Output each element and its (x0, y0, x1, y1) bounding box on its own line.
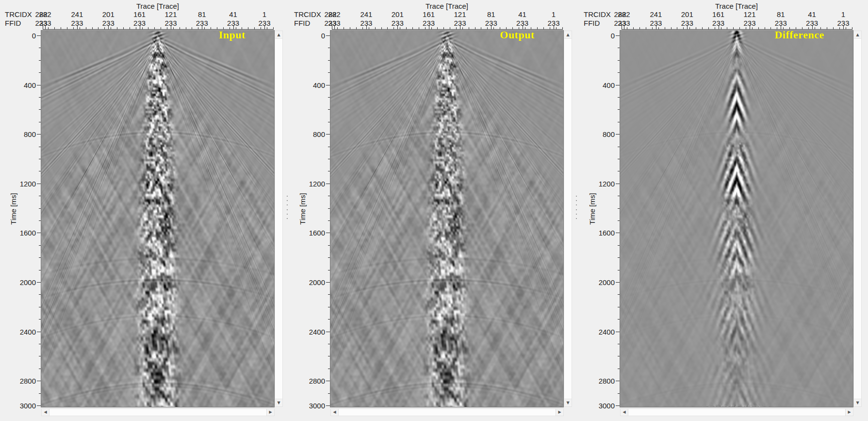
trace-minor-tick (356, 27, 357, 29)
time-tick-label: 3000 (579, 402, 615, 410)
time-minor-tick (328, 122, 330, 122)
scroll-left-icon: ◀ (44, 410, 47, 414)
trace-header-value: 233 (650, 19, 662, 27)
trace-minor-tick (54, 27, 55, 29)
scroll-left-icon: ◀ (622, 410, 625, 414)
seismic-display[interactable] (41, 31, 274, 407)
time-minor-tick (618, 171, 620, 171)
trace-minor-tick (671, 27, 671, 29)
trace-minor-tick (752, 27, 753, 29)
trace-minor-tick (369, 27, 369, 29)
trace-header-value: 233 (102, 19, 115, 27)
time-tick-label: 2800 (579, 377, 615, 385)
trace-header-value: 121 (164, 10, 177, 18)
time-tick-label: 1600 (579, 229, 615, 237)
scroll-down-button[interactable]: ▼ (564, 399, 572, 406)
time-minor-tick (39, 147, 41, 147)
scroll-up-button[interactable]: ▲ (564, 31, 572, 39)
trace-minor-tick (658, 27, 659, 29)
scroll-down-button[interactable]: ▼ (854, 399, 861, 406)
scroll-up-icon: ▲ (277, 33, 280, 37)
trace-minor-tick (61, 27, 61, 29)
scroll-left-button[interactable]: ◀ (331, 409, 339, 416)
seismic-display[interactable] (330, 31, 563, 407)
seismic-display[interactable] (620, 31, 853, 407)
trace-minor-tick (481, 27, 481, 29)
time-minor-tick (618, 159, 620, 159)
trace-header-value: 233 (743, 19, 755, 27)
trace-minor-tick (130, 27, 130, 29)
trace-minor-tick (419, 27, 419, 29)
scroll-down-icon: ▼ (566, 401, 569, 405)
scroll-up-button[interactable]: ▲ (275, 31, 282, 39)
time-minor-tick (39, 48, 41, 48)
time-major-tick (326, 85, 330, 85)
ffid-row-label: FFID (294, 19, 310, 27)
trace-minor-tick (456, 27, 457, 29)
vertical-scrollbar[interactable]: ▲ ▼ (853, 31, 862, 407)
scroll-right-button[interactable]: ▶ (556, 409, 563, 416)
trace-header-value: 233 (712, 19, 724, 27)
trace-minor-tick (86, 27, 86, 29)
trace-header-value: 233 (360, 19, 372, 27)
trace-header-value: 233 (196, 19, 208, 27)
pane-splitter-grip[interactable] (574, 196, 578, 219)
trace-header-value: 201 (102, 10, 115, 18)
trace-minor-tick (161, 27, 161, 29)
horizontal-scrollbar[interactable]: ◀ ▶ (330, 408, 564, 416)
trace-minor-tick (715, 27, 715, 29)
trace-minor-tick (833, 27, 834, 29)
trace-header-value: 282 (618, 10, 630, 18)
seismic-panel: Trace [Trace] TRCIDX FFID 28228224120116… (0, 0, 289, 421)
ffid-row-label: FFID (5, 19, 21, 27)
trace-minor-tick (267, 27, 267, 29)
time-major-tick (326, 282, 330, 283)
vertical-scrollbar[interactable]: ▲ ▼ (275, 31, 283, 407)
horizontal-scrollbar[interactable]: ◀ ▶ (620, 408, 853, 416)
scroll-left-button[interactable]: ◀ (42, 409, 49, 416)
trace-minor-tick (254, 27, 255, 29)
time-major-tick (37, 35, 41, 36)
trace-minor-tick (198, 27, 198, 29)
scroll-up-icon: ▲ (566, 33, 569, 37)
trace-minor-tick (362, 27, 363, 29)
horizontal-scrollbar[interactable]: ◀ ▶ (41, 408, 275, 416)
vertical-scrollbar[interactable]: ▲ ▼ (564, 31, 572, 407)
trace-minor-tick (393, 27, 394, 29)
trace-minor-tick (708, 27, 709, 29)
trace-header-value: 233 (485, 19, 497, 27)
time-major-tick (616, 184, 620, 184)
trace-header-value: 161 (133, 10, 146, 18)
time-tick-label: 400 (289, 81, 325, 89)
time-minor-tick (618, 220, 620, 221)
time-major-tick (616, 282, 620, 283)
time-minor-tick (328, 97, 330, 98)
time-major-tick (326, 134, 330, 135)
scroll-right-button[interactable]: ▶ (845, 409, 853, 416)
scroll-right-button[interactable]: ▶ (266, 409, 274, 416)
trace-header-value: 41 (229, 10, 237, 18)
scroll-down-button[interactable]: ▼ (275, 399, 282, 406)
time-minor-tick (618, 294, 620, 295)
scroll-left-button[interactable]: ◀ (621, 409, 628, 416)
trace-minor-tick (67, 27, 67, 29)
trace-minor-tick (543, 27, 544, 29)
scroll-up-button[interactable]: ▲ (854, 31, 861, 39)
trace-minor-tick (462, 27, 463, 29)
time-minor-tick (328, 72, 330, 73)
time-minor-tick (39, 319, 41, 320)
time-minor-tick (39, 257, 41, 258)
time-minor-tick (328, 220, 330, 221)
trace-header-value: 81 (198, 10, 206, 18)
trace-minor-tick (381, 27, 382, 29)
trace-header-value: 233 (516, 19, 528, 27)
time-major-tick (616, 134, 620, 135)
trace-header-value: 41 (808, 10, 816, 18)
time-tick-label: 800 (0, 130, 36, 138)
time-major-tick (37, 134, 41, 135)
pane-splitter-grip[interactable] (285, 196, 289, 219)
trace-minor-tick (770, 27, 771, 29)
trace-minor-tick (92, 27, 93, 29)
seismic-panel: Trace [Trace] TRCIDX FFID 28228224120116… (579, 0, 868, 421)
trace-header-value: 1 (552, 10, 556, 18)
